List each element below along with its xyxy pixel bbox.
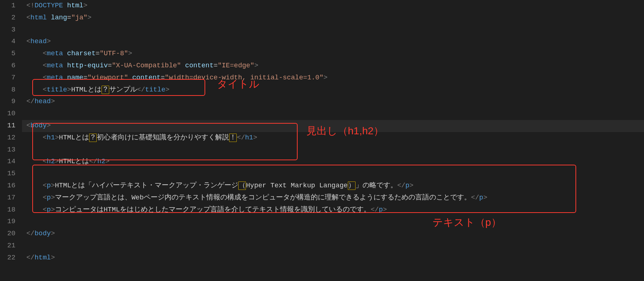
code-line[interactable]: [22, 108, 644, 120]
code-line[interactable]: [22, 240, 644, 252]
code-line[interactable]: <head>: [22, 36, 644, 48]
code-line[interactable]: </head>: [22, 96, 644, 108]
line-number: 10: [0, 108, 22, 120]
code-line-active[interactable]: <body>: [22, 120, 644, 132]
code-line[interactable]: [22, 24, 644, 36]
code-line[interactable]: <!DOCTYPE html>: [22, 0, 644, 12]
line-number: 7: [0, 72, 22, 84]
line-number: 12: [0, 132, 22, 144]
code-line[interactable]: <meta http-equiv="X-UA-Compatible" conte…: [22, 60, 644, 72]
line-number: 17: [0, 192, 22, 204]
line-number: 4: [0, 36, 22, 48]
code-line[interactable]: <h2>HTMLとは</h2>: [22, 156, 644, 168]
code-line[interactable]: <p>HTMLとは「ハイパーテキスト・マークアップ・ランゲージ（Hyper Te…: [22, 180, 644, 192]
code-line[interactable]: <p>コンピュータはHTMLをはじめとしたマークアップ言語を介してテキスト情報を…: [22, 204, 644, 216]
line-number: 21: [0, 240, 22, 252]
code-line[interactable]: [22, 168, 644, 180]
line-number: 18: [0, 204, 22, 216]
code-line[interactable]: </body>: [22, 228, 644, 240]
line-number: 1: [0, 0, 22, 12]
line-number: 2: [0, 12, 22, 24]
code-line[interactable]: <html lang="ja">: [22, 12, 644, 24]
code-line[interactable]: [22, 216, 644, 228]
code-line[interactable]: </html>: [22, 252, 644, 264]
code-line[interactable]: <title>HTMLとは？サンプル</title>: [22, 84, 644, 96]
line-number: 16: [0, 180, 22, 192]
line-number: 6: [0, 60, 22, 72]
code-line[interactable]: <p>マークアップ言語とは、Webページ内のテキスト情報の構成をコンピュータが構…: [22, 192, 644, 204]
code-line[interactable]: <meta name="viewport" content="width=dev…: [22, 72, 644, 84]
code-area[interactable]: <!DOCTYPE html> <html lang="ja"> <head> …: [22, 0, 644, 281]
code-editor[interactable]: 1 2 3 4 5 6 7 8 9 10 11 12 13 14 15 16 1…: [0, 0, 644, 281]
line-number: 5: [0, 48, 22, 60]
line-number: 19: [0, 216, 22, 228]
line-number: 14: [0, 156, 22, 168]
line-number: 9: [0, 96, 22, 108]
line-number-gutter: 1 2 3 4 5 6 7 8 9 10 11 12 13 14 15 16 1…: [0, 0, 22, 281]
line-number: 13: [0, 144, 22, 156]
line-number: 22: [0, 252, 22, 264]
code-line[interactable]: <meta charset="UTF-8">: [22, 48, 644, 60]
line-number: 3: [0, 24, 22, 36]
code-line[interactable]: [22, 144, 644, 156]
code-line[interactable]: <h1>HTMLとは？初心者向けに基礎知識を分かりやすく解説！</h1>: [22, 132, 644, 144]
line-number: 20: [0, 228, 22, 240]
line-number-active: 11: [0, 120, 22, 132]
line-number: 15: [0, 168, 22, 180]
line-number: 8: [0, 84, 22, 96]
